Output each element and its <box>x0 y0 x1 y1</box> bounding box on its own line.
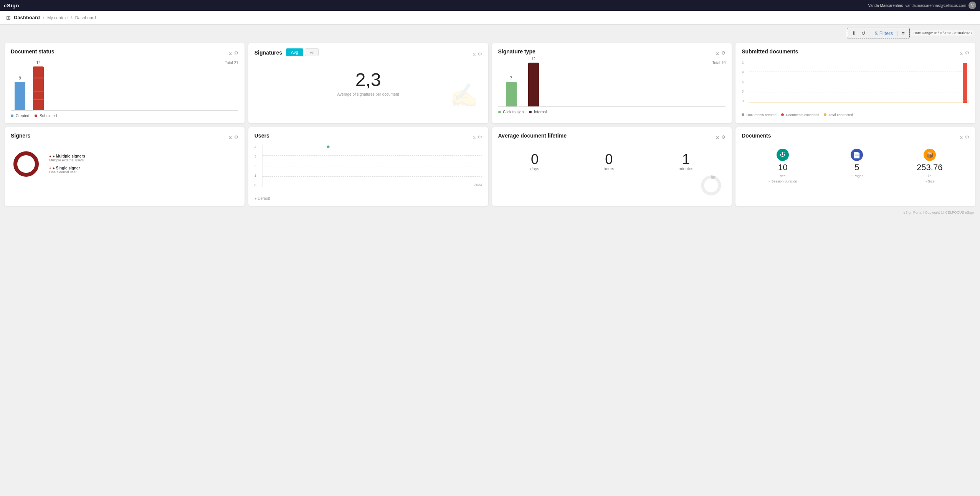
bar-submitted <box>33 66 44 111</box>
signers-content: ● ● Multiple signers Multiple external u… <box>11 145 238 183</box>
users-grid-1 <box>263 176 482 177</box>
signature-type-card: Signature type ⧖ ⚙ Total 19 7 12 <box>492 43 732 123</box>
users-data-dot <box>327 146 330 148</box>
session-value: 10 <box>778 163 787 173</box>
signatures-title: Signatures <box>255 50 282 56</box>
days-value: 0 <box>530 153 539 166</box>
legend-dot-internal <box>529 111 532 113</box>
toolbar: ⬇ ↺ | ⧖ Filters | ≡ Date Range: 01/01/20… <box>0 25 980 40</box>
documents-title: Documents <box>742 133 771 139</box>
doc-status-legend: Created Submitted <box>11 114 238 118</box>
users-card: Users ⧖ ⚙ 4 3 2 1 0 2023 <box>248 127 488 206</box>
submitted-documents-card: Submitted documents ⧖ ⚙ 2 9 6 3 0 <box>735 43 975 123</box>
settings-icon-users[interactable]: ⚙ <box>478 134 482 140</box>
sig-type-chart: 7 12 <box>498 61 726 107</box>
bar-submitted-container: 12 <box>33 61 44 111</box>
chart-baseline <box>11 110 238 111</box>
footer-text: eSign Portal | Copyright @ CELFOCUS eSig… <box>903 211 974 214</box>
signers-legend: ● ● Multiple signers Multiple external u… <box>49 154 85 174</box>
settings-icon-submitted[interactable]: ⚙ <box>965 50 969 56</box>
minutes-value: 1 <box>679 153 694 166</box>
pages-value: 5 <box>854 163 859 173</box>
breadcrumb-parent: My context <box>47 15 68 20</box>
download-button[interactable]: ⬇ <box>850 30 858 37</box>
users-title: Users <box>255 133 269 139</box>
grid-line-3 <box>749 93 969 93</box>
doc-stat-session: ⏱ 10 sec ~ Session duration <box>768 149 797 183</box>
legend-submitted: Submitted <box>35 114 57 118</box>
doc-status-chart: 9 12 <box>11 61 238 111</box>
settings-icon-sig[interactable]: ⚙ <box>478 51 482 57</box>
legend-dot-docs-created <box>742 113 744 116</box>
submitted-plot: 2023 <box>749 61 969 103</box>
svg-point-1 <box>15 153 37 175</box>
size-unit: kb <box>928 174 932 178</box>
toolbar-divider2: | <box>897 30 898 36</box>
users-grid-4 <box>263 145 482 145</box>
settings-icon-sigtype[interactable]: ⚙ <box>721 50 725 56</box>
refresh-button[interactable]: ↺ <box>860 30 867 37</box>
legend-dot-contracted <box>824 113 826 116</box>
doc-stat-size: 📦 253.76 kb ~ Size <box>917 149 942 183</box>
size-icon: 📦 <box>924 149 936 161</box>
tab-pct[interactable]: % <box>305 48 319 56</box>
filter-icon-lifetime[interactable]: ⧖ <box>716 134 719 140</box>
bar-created-label: 9 <box>19 76 21 80</box>
toolbar-actions-group: ⬇ ↺ | ⧖ Filters | ≡ <box>847 28 910 38</box>
session-unit: sec <box>780 174 785 178</box>
documents-stats: ⏱ 10 sec ~ Session duration 📄 5 ~ Pages … <box>742 145 969 187</box>
avg-lifetime-title: Average document lifetime <box>498 133 567 139</box>
filter-icon-doc-status[interactable]: ⧖ <box>229 50 232 56</box>
filter-icon-users[interactable]: ⧖ <box>473 134 476 140</box>
user-info: Vanda Mascarenhas vanda.mascarenhas@celf… <box>868 2 976 9</box>
dashboard-grid: Document status ⧖ ⚙ Total 21 9 12 <box>0 40 980 209</box>
filter-icon-documents[interactable]: ⧖ <box>960 134 963 140</box>
settings-button[interactable]: ≡ <box>900 30 906 37</box>
settings-icon-signers[interactable]: ⚙ <box>234 134 238 140</box>
filters-label: Filters <box>879 30 893 36</box>
legend-docs-exceeded: Documents exceeded <box>781 113 820 117</box>
sig-type-baseline <box>498 106 726 107</box>
svg-point-2 <box>703 177 720 194</box>
sig-tabs: Avg % <box>286 48 319 56</box>
bar-click-container: 7 <box>506 76 517 107</box>
submitted-chart: 2 9 6 3 0 2023 <box>742 61 969 111</box>
submitted-legend: Documents created Documents exceeded Tot… <box>742 113 969 117</box>
submitted-x-label: 2023 <box>962 99 969 103</box>
download-icon: ⬇ <box>852 30 856 36</box>
bar-click-label: 7 <box>510 76 512 80</box>
settings-icon-doc-status[interactable]: ⚙ <box>234 50 238 56</box>
signatures-card: Signatures Avg % ⧖ ⚙ 2,3 Average of sign… <box>248 43 488 123</box>
donut-svg <box>11 149 41 179</box>
bar-created <box>15 82 25 111</box>
filter-icon-sig[interactable]: ⧖ <box>473 51 476 57</box>
size-value: 253.76 <box>917 163 942 173</box>
sig-subtitle: Average of signatures per document <box>255 92 482 96</box>
tab-avg[interactable]: Avg <box>286 48 303 56</box>
filter-icon-sigtype[interactable]: ⧖ <box>716 50 719 56</box>
sig-type-title: Signature type <box>498 48 535 55</box>
bar-internal <box>528 63 539 107</box>
submitted-title: Submitted documents <box>742 48 798 55</box>
avg-lifetime-card: Average document lifetime ⧖ ⚙ 0 days 0 h… <box>492 127 732 206</box>
breadcrumb-current: Dashboard <box>75 15 96 20</box>
settings-icon-lifetime[interactable]: ⚙ <box>721 134 725 140</box>
users-grid-2 <box>263 166 482 166</box>
filter-icon-submitted[interactable]: ⧖ <box>960 50 963 56</box>
legend-dot-submitted <box>35 114 37 117</box>
bar-internal-label: 12 <box>531 57 535 61</box>
settings-icon-documents[interactable]: ⚙ <box>965 134 969 140</box>
users-chart: 4 3 2 1 0 2023 <box>255 145 482 195</box>
documents-card: Documents ⧖ ⚙ ⏱ 10 sec ~ Session duratio… <box>735 127 975 206</box>
legend-multiple-signers: ● ● Multiple signers Multiple external u… <box>49 154 85 162</box>
users-grid-3 <box>263 155 482 156</box>
bar-submitted-label: 12 <box>36 61 40 65</box>
navbar: eSign Vanda Mascarenhas vanda.mascarenha… <box>0 0 980 11</box>
legend-docs-created: Documents created <box>742 113 777 117</box>
submitted-y-axis: 2 9 6 3 0 <box>742 61 744 103</box>
filters-button[interactable]: ⧖ Filters <box>873 29 894 37</box>
refresh-icon: ↺ <box>861 30 866 36</box>
settings-icon: ≡ <box>902 30 905 36</box>
filter-icon-signers[interactable]: ⧖ <box>229 134 232 140</box>
dot-multiple: ● <box>49 154 51 158</box>
